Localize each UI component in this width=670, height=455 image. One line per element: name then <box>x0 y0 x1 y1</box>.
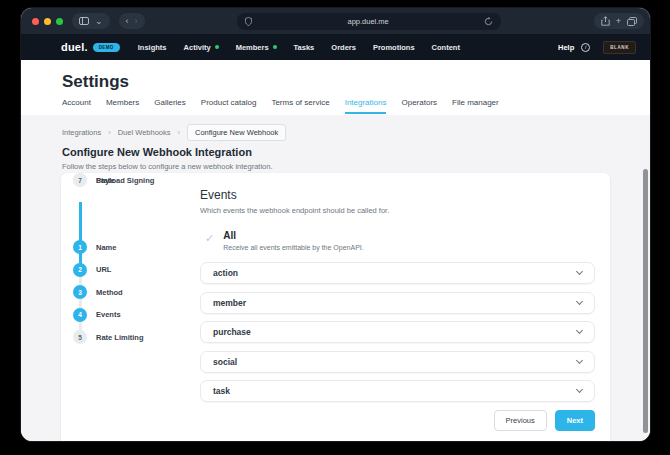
events-description: Which events the webhook endpoint should… <box>200 206 595 215</box>
nav-item-activity[interactable]: Activity <box>184 43 219 52</box>
all-events-label: All <box>223 230 363 241</box>
zoom-window-button[interactable] <box>56 18 63 25</box>
step-label: Name <box>96 243 116 252</box>
tab-file-manager[interactable]: File manager <box>452 98 499 114</box>
step-events[interactable]: 4 Events <box>73 308 121 322</box>
tab-product-catalog[interactable]: Product catalog <box>201 98 257 114</box>
check-icon: ✓ <box>205 233 214 244</box>
event-group-action[interactable]: action <box>200 262 595 284</box>
privacy-shield-icon <box>245 17 252 26</box>
breadcrumb-duel-webhooks[interactable]: Duel Webhooks <box>118 128 171 137</box>
help-link[interactable]: Help <box>558 43 574 52</box>
breadcrumb-integrations[interactable]: Integrations <box>62 128 101 137</box>
activity-status-dot <box>215 45 219 49</box>
chevron-down-icon[interactable] <box>576 327 583 334</box>
all-events-option[interactable]: ✓ All Receive all events emittable by th… <box>200 230 595 251</box>
chevron-down-icon[interactable] <box>576 356 583 363</box>
event-group-purchase[interactable]: purchase <box>200 321 595 343</box>
window-controls <box>32 18 63 25</box>
event-group-task[interactable]: task <box>200 380 595 402</box>
new-tab-button[interactable]: + <box>616 17 621 26</box>
nav-arrows: ‹ › <box>119 13 145 29</box>
webhook-config-card: 1 Name 2 URL 3 Method 4 Events 5 Rate <box>61 173 610 441</box>
tab-account[interactable]: Account <box>62 98 91 114</box>
tab-terms-of-service[interactable]: Terms of service <box>271 98 329 114</box>
tab-overview-icon[interactable] <box>627 17 637 26</box>
stepper-line-todo <box>79 270 82 338</box>
forward-button[interactable]: › <box>135 17 138 26</box>
events-title: Events <box>200 188 595 202</box>
chevron-down-icon[interactable]: ⌄ <box>95 17 103 26</box>
sidebar-icon <box>79 17 89 25</box>
step-circle: 4 <box>73 308 87 322</box>
nav-item-tasks[interactable]: Tasks <box>294 43 315 52</box>
step-circle: 5 <box>73 330 87 344</box>
tab-members[interactable]: Members <box>106 98 139 114</box>
reload-icon[interactable] <box>484 17 493 26</box>
event-group-social[interactable]: social <box>200 351 595 373</box>
members-status-dot <box>273 45 277 49</box>
event-group-label: task <box>213 386 230 396</box>
tab-galleries[interactable]: Galleries <box>154 98 186 114</box>
nav-item-insights[interactable]: Insights <box>138 43 167 52</box>
chevron-down-icon[interactable] <box>576 386 583 393</box>
step-name[interactable]: 1 Name <box>73 240 116 254</box>
event-groups: action member purchase social <box>200 262 595 402</box>
step-label: URL <box>96 265 111 274</box>
events-pane: Events Which events the webhook endpoint… <box>181 173 610 441</box>
info-icon[interactable]: i <box>581 43 590 52</box>
chevron-down-icon[interactable] <box>576 297 583 304</box>
nav-item-promotions[interactable]: Promotions <box>373 43 415 52</box>
previous-button[interactable]: Previous <box>494 410 547 431</box>
nav-item-members[interactable]: Members <box>236 43 277 52</box>
event-group-label: purchase <box>213 327 251 337</box>
tab-operators[interactable]: Operators <box>401 98 437 114</box>
browser-toolbar: ⌄ ‹ › app.duel.me + <box>21 8 650 34</box>
step-circle: 7 <box>73 173 87 187</box>
step-label: State <box>96 176 114 185</box>
step-state[interactable]: 7 State <box>73 173 114 187</box>
step-rate-limiting[interactable]: 5 Rate Limiting <box>73 330 144 344</box>
event-group-label: action <box>213 268 238 278</box>
step-method[interactable]: 3 Method <box>73 285 123 299</box>
event-group-label: member <box>213 298 246 308</box>
nav-item-content[interactable]: Content <box>432 43 460 52</box>
minimize-window-button[interactable] <box>44 18 51 25</box>
nav-item-orders[interactable]: Orders <box>331 43 356 52</box>
share-icon[interactable] <box>601 16 610 26</box>
step-circle: 1 <box>73 240 87 254</box>
tab-integrations[interactable]: Integrations <box>345 98 387 114</box>
duel-logo[interactable]: duel. <box>61 41 88 53</box>
close-window-button[interactable] <box>32 18 39 25</box>
event-group-label: social <box>213 357 237 367</box>
chevron-down-icon[interactable] <box>576 268 583 275</box>
settings-header: Settings Account Members Galleries Produ… <box>21 60 650 115</box>
page-scrollbar[interactable] <box>643 169 648 433</box>
app-navbar: duel. DEMO Insights Activity Members Tas… <box>21 34 650 60</box>
event-group-member[interactable]: member <box>200 292 595 314</box>
browser-window: ⌄ ‹ › app.duel.me + duel. DEMO Insights … <box>21 8 650 441</box>
breadcrumb-separator: › <box>178 128 181 137</box>
url-text: app.duel.me <box>252 17 484 26</box>
step-label: Events <box>96 310 121 319</box>
back-button[interactable]: ‹ <box>126 17 129 26</box>
sidebar-controls[interactable]: ⌄ <box>72 13 110 29</box>
step-url[interactable]: 2 URL <box>73 263 111 277</box>
breadcrumb: Integrations › Duel Webhooks › Configure… <box>62 124 286 141</box>
toolbar-right-controls: + <box>594 13 644 29</box>
section-heading: Configure New Webhook Integration <box>62 146 252 158</box>
step-circle: 3 <box>73 285 87 299</box>
demo-badge: DEMO <box>93 43 120 52</box>
address-bar[interactable]: app.duel.me <box>237 13 501 30</box>
main-nav: Insights Activity Members Tasks Orders P… <box>138 43 460 52</box>
navbar-right: Help i BLANK <box>558 41 636 54</box>
next-button[interactable]: Next <box>555 410 595 431</box>
section-subheading: Follow the steps below to configure a ne… <box>62 162 273 171</box>
settings-tabs: Account Members Galleries Product catalo… <box>62 98 499 114</box>
step-label: Method <box>96 288 123 297</box>
brand-logo-chip[interactable]: BLANK <box>603 41 636 54</box>
step-label: Rate Limiting <box>96 333 144 342</box>
stepper: 1 Name 2 URL 3 Method 4 Events 5 Rate <box>61 173 181 441</box>
stepper-line-done <box>79 202 82 270</box>
step-circle: 2 <box>73 263 87 277</box>
